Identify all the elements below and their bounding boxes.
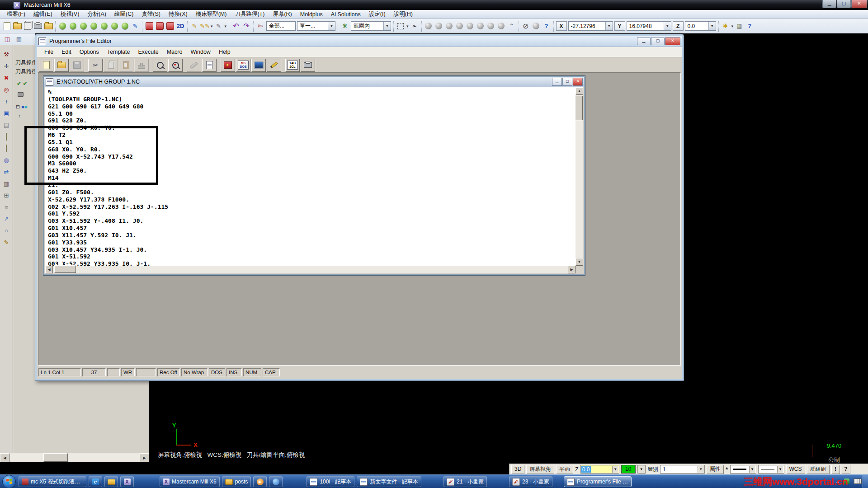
task-notepad-new[interactable]: 新文字文件 - 記事本 [357, 476, 421, 487]
gray-pencil-dropdown-icon[interactable]: ▾ [225, 24, 227, 28]
pfe-undo-icon[interactable] [134, 59, 149, 72]
panel-icon[interactable]: ▤ [2, 121, 10, 129]
task-media[interactable]: ▶ [253, 476, 267, 487]
nc-maximize-button[interactable]: ▢ [562, 78, 572, 86]
menu-item[interactable]: 檢視(V) [57, 9, 84, 19]
doc1-icon[interactable] [2, 133, 10, 141]
menu-item[interactable]: 屏幕(R) [269, 9, 296, 19]
shading-icon-2[interactable] [434, 22, 443, 31]
list-icon[interactable]: ≡ [2, 203, 10, 211]
shading-icon-6[interactable] [476, 22, 485, 31]
help2-icon[interactable]: ? [745, 22, 754, 31]
circle-icon[interactable]: ○ [2, 227, 10, 235]
shading-icon-1[interactable] [424, 22, 433, 31]
pfe-find-icon[interactable] [168, 59, 183, 72]
screen-view-button[interactable]: 屏幕視角 [526, 465, 554, 474]
scroll-left-icon[interactable]: ◀ [45, 266, 53, 273]
pfe-console-icon[interactable] [251, 59, 266, 72]
multi-pencil-icon[interactable]: ✎✎ [200, 22, 209, 31]
nc-hscrollbar[interactable]: ◀ ▶ [45, 266, 576, 273]
pfe-cut-icon[interactable]: ✂ [88, 59, 103, 72]
pfe-menu-item[interactable]: Window [186, 48, 214, 56]
pfe-menu-item[interactable]: Macro [163, 48, 187, 56]
pfe-copy-icon[interactable] [104, 59, 118, 72]
selection-mode-icon[interactable]: ❋ [340, 22, 349, 31]
tree-plus-icon[interactable]: + [18, 113, 21, 119]
autocursor-icon[interactable]: ✱ [721, 22, 730, 31]
task-posts[interactable]: posts [222, 476, 251, 487]
maximize-button[interactable]: ▢ [837, 0, 851, 8]
dropdown-icon[interactable]: ▼ [708, 22, 716, 30]
redo-icon[interactable]: ↷ [242, 22, 251, 31]
panel-hscroll-thumb[interactable] [43, 453, 68, 462]
pfe-zoom-icon[interactable] [153, 59, 167, 72]
nc-vscroll-thumb[interactable] [575, 96, 583, 120]
2d-mode-toggle[interactable]: 2D [176, 22, 185, 31]
move-arrows-icon[interactable]: ✛ [2, 62, 10, 70]
scroll-down-icon[interactable]: ▼ [576, 258, 583, 266]
pfe-menu-item[interactable]: Options [75, 48, 103, 56]
hammer-icon[interactable]: ⚒ [2, 51, 10, 58]
open-file-icon[interactable] [13, 22, 22, 31]
analyze-icon[interactable]: ◫ [3, 34, 12, 43]
dropdown-icon[interactable]: ▼ [698, 466, 704, 473]
shading-icon-8[interactable] [497, 22, 506, 31]
menu-item[interactable]: 說明(H) [390, 9, 417, 19]
dropdown-icon[interactable]: ▼ [777, 466, 783, 473]
arrow-up-icon[interactable]: ↗ [2, 215, 10, 223]
scroll-right-icon[interactable]: ▶ [140, 453, 149, 462]
line-width-combo[interactable]: ▼ [758, 465, 784, 474]
pfe-open-icon[interactable] [54, 59, 69, 72]
folder-icon[interactable] [44, 22, 53, 31]
nc-doc-titlebar[interactable]: E:\NC\TOOLPATH GROUP-1.NC ▁ ▢ ✕ [44, 77, 584, 87]
select-all-combo[interactable]: 全部... [266, 21, 296, 31]
view-bottom-icon[interactable] [120, 22, 129, 31]
target-icon[interactable]: ◎ [2, 86, 10, 94]
task-mcx5[interactable]: mc X5 程式切削液位... [19, 476, 86, 487]
pfe-menu-item[interactable]: Execute [134, 48, 163, 56]
x-coord-input[interactable]: -27.12796▼ [568, 21, 613, 31]
task-ie[interactable]: e [89, 476, 102, 487]
shading-off-icon[interactable] [532, 22, 541, 31]
swap-arrows-icon[interactable]: ⇄ [2, 168, 10, 176]
shading-icon-4[interactable] [455, 22, 464, 31]
z-coord-label[interactable]: Z [673, 21, 684, 31]
plus-icon[interactable]: ＋ [2, 98, 10, 105]
shading-icon-5[interactable] [466, 22, 475, 31]
menu-item[interactable]: 分析(A) [83, 9, 110, 19]
menu-item[interactable]: 檔案(F) [3, 9, 29, 19]
scroll-left-icon[interactable]: ◀ [0, 453, 9, 462]
gray-pencil-icon[interactable]: ✎ [214, 22, 223, 31]
panel-hscrollbar[interactable]: ◀ ▶ [0, 453, 149, 462]
attributes-button[interactable]: 屬性 [707, 465, 724, 474]
dropdown-icon[interactable]: ▼ [328, 22, 335, 30]
view-right-icon[interactable] [110, 22, 119, 31]
pfe-menu-item[interactable]: Edit [57, 48, 75, 56]
task-mastercam[interactable]: X Mastercam Mill X6 [160, 476, 220, 487]
plane-view3-icon[interactable] [165, 22, 175, 31]
delete-x-icon[interactable]: ✖ [2, 74, 10, 82]
pfe-maximize-button[interactable]: ▢ [651, 37, 665, 45]
print-icon[interactable] [33, 22, 42, 31]
grid-view-icon[interactable]: ▦ [14, 34, 24, 43]
shading-icon-7[interactable] [486, 22, 495, 31]
autocursor-dropdown-icon[interactable]: ▾ [731, 24, 734, 28]
undo-icon[interactable]: ↶ [231, 22, 241, 31]
menu-item[interactable]: 實體(S) [137, 9, 165, 19]
pfe-tools-icon[interactable] [187, 59, 201, 72]
color-dropdown-icon[interactable]: ▼ [637, 465, 646, 474]
line-style-combo[interactable]: ▼ [730, 465, 756, 474]
monitor-icon[interactable]: ▣ [2, 109, 10, 117]
view-iso-icon[interactable] [58, 22, 67, 31]
new-file-icon[interactable] [2, 22, 11, 31]
dynamic-rotate-icon[interactable]: ✎ [131, 22, 140, 31]
pfe-print-icon[interactable] [301, 59, 315, 72]
menu-item[interactable]: Moldplus [296, 10, 327, 19]
dropdown-icon[interactable]: ▼ [749, 466, 755, 473]
check-icons[interactable]: ✔ ✔ [17, 80, 27, 87]
minimize-button[interactable]: ▁ [822, 0, 836, 8]
disable-icon[interactable]: ⊘ [521, 22, 530, 31]
nc-close-button[interactable]: ✕ [573, 78, 583, 86]
lock-icon[interactable] [18, 92, 24, 97]
statusbar-help-button[interactable]: ? [842, 465, 850, 474]
